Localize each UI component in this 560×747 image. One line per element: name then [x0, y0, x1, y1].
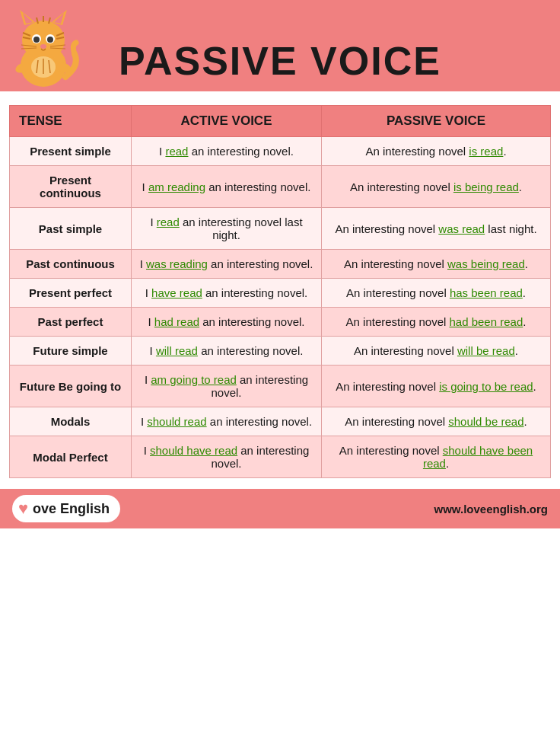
tense-cell: Modals	[10, 407, 132, 436]
passive-voice-cell: An interesting novel will be read.	[322, 337, 551, 366]
tense-cell: Past continuous	[10, 250, 132, 279]
footer-url: www.loveenglish.org	[434, 503, 548, 516]
tense-cell: Past perfect	[10, 308, 132, 337]
active-voice-cell: I have read an interesting novel.	[132, 279, 322, 308]
passive-verb: should have been read	[423, 444, 533, 470]
passive-verb: is going to be read	[439, 380, 533, 393]
page-footer: ♥ ove English www.loveenglish.org	[0, 489, 560, 528]
passive-verb: will be read	[457, 344, 515, 357]
passive-voice-cell: An interesting novel had been read.	[322, 308, 551, 337]
header-gap	[0, 91, 560, 105]
passive-verb: has been read	[450, 286, 523, 299]
svg-point-1	[22, 21, 65, 60]
active-voice-cell: I will read an interesting novel.	[132, 337, 322, 366]
active-verb: had read	[154, 315, 199, 328]
page-header: PASSIVE VOICE	[0, 0, 560, 91]
table-row: Past perfectI had read an interesting no…	[10, 308, 551, 337]
tense-cell: Present continuous	[10, 166, 132, 208]
active-voice-cell: I should read an interesting novel.	[132, 407, 322, 436]
passive-voice-cell: An interesting novel is being read.	[322, 166, 551, 208]
passive-voice-cell: An interesting novel was being read.	[322, 250, 551, 279]
passive-voice-cell: An interesting novel should be read.	[322, 407, 551, 436]
table-row: Present simpleI read an interesting nove…	[10, 137, 551, 166]
passive-verb: should be read	[448, 415, 523, 428]
passive-voice-cell: An interesting novel is going to be read…	[322, 366, 551, 407]
active-voice-cell: I am going to read an interesting novel.	[132, 366, 322, 407]
table-row: Past simpleI read an interesting novel l…	[10, 208, 551, 250]
table-row: Future Be going toI am going to read an …	[10, 366, 551, 407]
table-row: ModalsI should read an interesting novel…	[10, 407, 551, 436]
tense-cell: Modal Perfect	[10, 436, 132, 478]
tense-cell: Present perfect	[10, 279, 132, 308]
passive-verb: was being read	[447, 257, 525, 270]
heart-icon: ♥	[18, 499, 28, 519]
cat-illustration	[8, 1, 80, 91]
svg-point-15	[33, 37, 40, 43]
passive-verb: is being read	[453, 180, 519, 193]
main-content: TENSE ACTIVE VOICE PASSIVE VOICE Present…	[0, 105, 560, 486]
table-row: Modal PerfectI should have read an inter…	[10, 436, 551, 478]
passive-voice-cell: An interesting novel has been read.	[322, 279, 551, 308]
tense-cell: Future Be going to	[10, 366, 132, 407]
active-verb: am reading	[148, 180, 205, 193]
col-header-active: ACTIVE VOICE	[132, 106, 322, 137]
passive-voice-cell: An interesting novel should have been re…	[322, 436, 551, 478]
logo-text: ove English	[33, 501, 110, 517]
table-row: Past continuousI was reading an interest…	[10, 250, 551, 279]
passive-verb: was read	[438, 222, 485, 235]
passive-verb: is read	[469, 145, 503, 158]
col-header-passive: PASSIVE VOICE	[322, 106, 551, 137]
active-verb: am going to read	[151, 373, 237, 386]
svg-point-16	[47, 37, 53, 43]
logo: ♥ ove English	[12, 495, 120, 522]
active-verb: should read	[147, 415, 206, 428]
svg-point-17	[40, 44, 46, 49]
passive-voice-cell: An interesting novel is read.	[322, 137, 551, 166]
active-verb: read	[165, 145, 188, 158]
page-title: PASSIVE VOICE	[119, 38, 441, 91]
active-voice-cell: I am reading an interesting novel.	[132, 166, 322, 208]
active-voice-cell: I had read an interesting novel.	[132, 308, 322, 337]
active-voice-cell: I should have read an interesting novel.	[132, 436, 322, 478]
active-verb: should have read	[150, 444, 237, 457]
active-verb: read	[157, 215, 180, 228]
active-voice-cell: I read an interesting novel.	[132, 137, 322, 166]
passive-verb: had been read	[449, 315, 523, 328]
passive-voice-table: TENSE ACTIVE VOICE PASSIVE VOICE Present…	[9, 105, 551, 478]
active-verb: was reading	[146, 257, 208, 270]
active-verb: will read	[156, 344, 198, 357]
tense-cell: Future simple	[10, 337, 132, 366]
table-row: Present perfectI have read an interestin…	[10, 279, 551, 308]
tense-cell: Present simple	[10, 137, 132, 166]
table-row: Present continuousI am reading an intere…	[10, 166, 551, 208]
col-header-tense: TENSE	[10, 106, 132, 137]
active-voice-cell: I read an interesting novel last night.	[132, 208, 322, 250]
table-row: Future simpleI will read an interesting …	[10, 337, 551, 366]
passive-voice-cell: An interesting novel was read last night…	[322, 208, 551, 250]
tense-cell: Past simple	[10, 208, 132, 250]
table-header-row: TENSE ACTIVE VOICE PASSIVE VOICE	[10, 106, 551, 137]
active-voice-cell: I was reading an interesting novel.	[132, 250, 322, 279]
active-verb: have read	[151, 286, 202, 299]
